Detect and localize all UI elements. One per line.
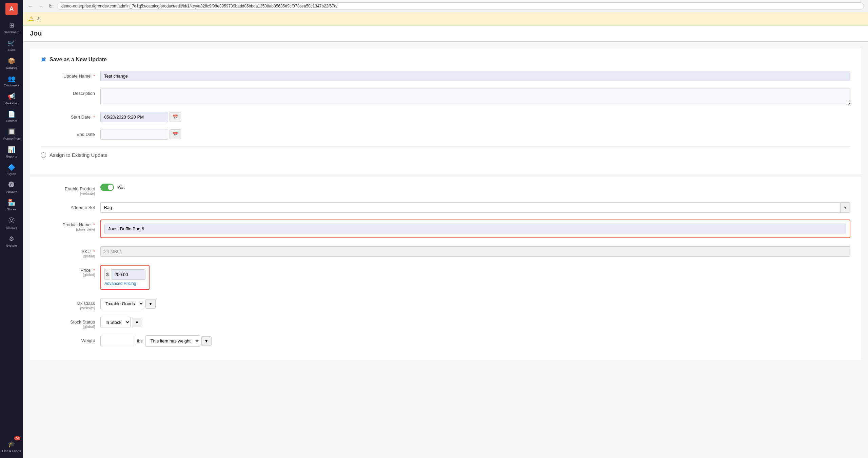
product-name-input[interactable] xyxy=(104,224,846,234)
required-indicator: * xyxy=(93,114,95,120)
start-date-input[interactable] xyxy=(100,112,168,122)
product-section: Enable Product [website] Yes Attribu xyxy=(30,177,861,360)
section-divider xyxy=(41,146,850,147)
sidebar-item-label: Stores xyxy=(7,207,16,211)
stock-status-row: Stock Status [global] In Stock ▼ xyxy=(41,317,850,329)
required-indicator: * xyxy=(93,268,95,273)
sidebar-item-content[interactable]: 📄 Content xyxy=(0,108,23,125)
reports-icon: 📊 xyxy=(8,146,15,153)
sidebar-item-customers[interactable]: 👥 Customers xyxy=(0,72,23,90)
product-name-highlight xyxy=(100,220,850,238)
required-indicator: * xyxy=(93,249,95,254)
update-name-input[interactable] xyxy=(100,71,850,81)
notification-badge: 56 xyxy=(14,436,20,440)
assign-existing-radio[interactable] xyxy=(41,152,46,158)
weight-unit: lbs xyxy=(137,338,143,344)
weight-wrap: lbs This item has weight ▼ xyxy=(100,335,212,347)
amasty-icon: 🅐 xyxy=(8,182,15,189)
sidebar-item-label: Amasty xyxy=(6,190,17,193)
weight-type-dropdown-arrow: ▼ xyxy=(201,336,212,346)
weight-type-wrap: This item has weight ▼ xyxy=(145,335,212,347)
system-icon: ⚙ xyxy=(9,235,14,243)
main-area: ← → ↻ demo-enterprise.tigrendev.com/admi… xyxy=(23,0,868,458)
weight-type-select[interactable]: This item has weight xyxy=(145,335,200,347)
toggle-slider xyxy=(100,184,114,191)
sidebar-item-label: Sales xyxy=(7,48,16,51)
sidebar-item-label: Dashboard xyxy=(4,30,19,34)
sidebar-item-label: System xyxy=(6,244,17,247)
weight-input[interactable] xyxy=(100,336,134,346)
sidebar-item-fins-loans[interactable]: 56 🎓 Fins & Loans xyxy=(0,438,23,455)
sidebar-item-mirasvit[interactable]: Ⓜ Mirasvit xyxy=(0,214,23,232)
tax-class-row: Tax Class [website] Taxable Goods ▼ xyxy=(41,298,850,310)
attribute-set-select[interactable]: Bag xyxy=(101,203,840,212)
sidebar-item-marketing[interactable]: 📢 Marketing xyxy=(0,90,23,108)
sidebar-item-catalog[interactable]: 📦 Catalog xyxy=(0,55,23,72)
currency-symbol: $ xyxy=(104,269,110,280)
sidebar-item-system[interactable]: ⚙ System xyxy=(0,232,23,250)
url-bar[interactable]: demo-enterprise.tigrendev.com/admin_7e1q… xyxy=(57,2,864,10)
save-as-new-update-option[interactable]: Save as a New Update xyxy=(41,57,850,63)
sidebar-item-label: Fins & Loans xyxy=(2,449,21,453)
warning-text: ⚠ xyxy=(37,16,41,21)
tigren-icon: 🔷 xyxy=(8,164,15,171)
sidebar-item-label: Content xyxy=(6,119,17,123)
enable-product-value: Yes xyxy=(117,185,124,190)
attribute-set-row: Attribute Set Bag ▼ xyxy=(41,202,850,213)
enable-product-toggle[interactable] xyxy=(100,184,114,191)
start-date-label: Start Date * xyxy=(41,112,95,120)
dashboard-icon: ⊞ xyxy=(9,22,14,29)
sidebar-item-reports[interactable]: 📊 Reports xyxy=(0,143,23,161)
end-date-input[interactable] xyxy=(100,129,168,140)
tax-class-select[interactable]: Taxable Goods xyxy=(100,298,144,309)
enable-product-label: Enable Product [website] xyxy=(41,184,95,195)
end-date-wrap: 📅 xyxy=(100,129,181,140)
save-new-radio[interactable] xyxy=(41,57,46,62)
sidebar-item-sales[interactable]: 🛒 Sales xyxy=(0,37,23,54)
browser-bar: ← → ↻ demo-enterprise.tigrendev.com/admi… xyxy=(23,0,868,12)
sku-label: SKU * [global] xyxy=(41,246,95,258)
fins-loans-icon: 🎓 xyxy=(8,440,15,448)
sidebar-item-dashboard[interactable]: ⊞ Dashboard xyxy=(0,19,23,37)
start-date-calendar-button[interactable]: 📅 xyxy=(170,112,181,122)
catalog-icon: 📦 xyxy=(8,57,15,65)
enable-product-row: Enable Product [website] Yes xyxy=(41,184,850,195)
attribute-set-select-wrap: Bag ▼ xyxy=(100,202,850,213)
end-date-calendar-button[interactable]: 📅 xyxy=(170,129,181,139)
forward-button[interactable]: → xyxy=(37,3,45,9)
product-name-row: Product Name * [store view] xyxy=(41,220,850,240)
end-date-label: End Date xyxy=(41,129,95,137)
sidebar: A ⊞ Dashboard 🛒 Sales 📦 Catalog 👥 Custom… xyxy=(0,0,23,458)
tax-class-label: Tax Class [website] xyxy=(41,298,95,310)
tax-class-dropdown-arrow: ▼ xyxy=(145,299,156,309)
attribute-set-label: Attribute Set xyxy=(41,202,95,210)
sidebar-item-popup-plus[interactable]: 🔲 Popup Plus xyxy=(0,125,23,143)
description-input[interactable] xyxy=(100,88,850,105)
price-input[interactable] xyxy=(112,269,145,280)
content-wrap: Save as a New Update Update Name * Descr… xyxy=(23,42,868,367)
sidebar-item-stores[interactable]: 🏪 Stores xyxy=(0,196,23,214)
sidebar-item-label: Customers xyxy=(4,83,19,87)
sidebar-item-amasty[interactable]: 🅐 Amasty xyxy=(0,179,23,196)
stock-status-select[interactable]: In Stock xyxy=(100,317,131,328)
warning-icon: ⚠ xyxy=(28,15,34,22)
save-new-label: Save as a New Update xyxy=(50,57,107,63)
back-button[interactable]: ← xyxy=(27,3,35,9)
price-highlight: $ Advanced Pricing xyxy=(100,265,150,290)
price-row: Price * [global] $ Advanced Pricing xyxy=(41,265,850,291)
sku-input[interactable] xyxy=(100,246,850,257)
sidebar-item-label: Tigren xyxy=(7,172,16,176)
tax-class-select-wrap: Taxable Goods ▼ xyxy=(100,298,156,309)
logo[interactable]: A xyxy=(5,3,18,15)
weight-row: Weight lbs This item has weight ▼ xyxy=(41,335,850,347)
price-wrap: $ xyxy=(104,269,145,280)
start-date-wrap: 📅 xyxy=(100,112,181,122)
sidebar-item-tigren[interactable]: 🔷 Tigren xyxy=(0,161,23,179)
assign-existing-label: Assign to Existing Update xyxy=(50,152,107,158)
reload-button[interactable]: ↻ xyxy=(47,3,54,9)
assign-existing-option[interactable]: Assign to Existing Update xyxy=(41,152,850,158)
stock-status-select-wrap: In Stock ▼ xyxy=(100,317,142,328)
save-as-new-update-section: Save as a New Update Update Name * Descr… xyxy=(30,48,861,174)
stock-status-label: Stock Status [global] xyxy=(41,317,95,329)
advanced-pricing-link[interactable]: Advanced Pricing xyxy=(104,281,145,286)
